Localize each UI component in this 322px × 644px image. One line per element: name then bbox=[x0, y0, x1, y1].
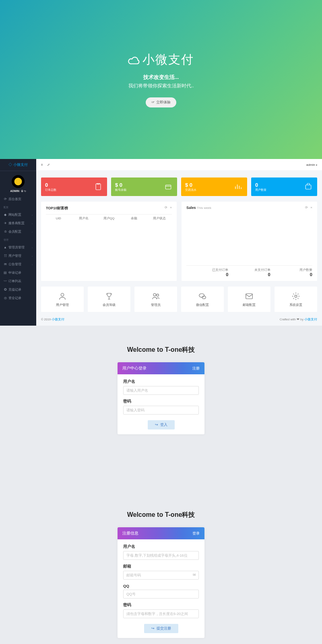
stat-card-3[interactable]: 0用户数量 bbox=[251, 178, 317, 196]
dashboard-icon: ⟳ bbox=[4, 197, 7, 201]
topbar: ≡ ⤢ admin ▾ bbox=[36, 159, 322, 170]
sidebar-item-mgr-4[interactable]: 〰订单列表 bbox=[0, 277, 36, 285]
svg-rect-0 bbox=[96, 184, 101, 190]
sidebar-item-cfg-1[interactable]: ✈服务商配置‹ bbox=[0, 219, 36, 227]
login-button[interactable]: ↪登入 bbox=[148, 420, 175, 429]
svg-rect-2 bbox=[165, 185, 171, 190]
register-button[interactable]: ↪提交注册 bbox=[144, 624, 178, 633]
sidebar-user: ADMIN ⦿ ↻ bbox=[0, 190, 36, 192]
register-card-title: 注册信息 bbox=[122, 530, 138, 536]
stat-icon bbox=[233, 182, 243, 192]
login-card-title: 用户中心登录 bbox=[122, 365, 147, 371]
sidebar-item-cfg-2[interactable]: ♔会员配置‹ bbox=[0, 227, 36, 236]
sidebar-item-mgr-6[interactable]: ◎资金记录 bbox=[0, 294, 36, 302]
fullscreen-icon[interactable]: ⤢ bbox=[47, 163, 50, 167]
quick-icon bbox=[228, 291, 270, 301]
chevron-down-icon: ▾ bbox=[316, 164, 317, 166]
quick-link-3[interactable]: 微信配置 bbox=[181, 287, 224, 312]
register-welcome: Welcome to T-one科技 bbox=[0, 511, 322, 519]
table-col: 用户状态 bbox=[147, 217, 172, 221]
quick-link-5[interactable]: 系统设置 bbox=[275, 287, 317, 312]
sidebar: ◇ 小微支付 5 ADMIN ⦿ ↻ ⟳后台首页 配置 ◆网站配置‹✈服务商配置… bbox=[0, 159, 36, 326]
sidebar-item-mgr-0[interactable]: ▲管理员管理‹ bbox=[0, 243, 36, 252]
cloud-icon bbox=[128, 56, 140, 65]
hero-cta-button[interactable]: ☞ 立即体验 bbox=[146, 97, 176, 107]
sales-panel: Sales This week ⟳× 已支付订单0未支付订单0用户数量0 bbox=[182, 202, 317, 281]
quick-link-1[interactable]: 会员等级 bbox=[88, 287, 130, 312]
sales-title: Sales bbox=[186, 206, 196, 210]
table-col: UID bbox=[46, 217, 71, 221]
quick-link-2[interactable]: 管理员 bbox=[134, 287, 177, 312]
refresh-icon[interactable]: ⟳ bbox=[305, 206, 308, 209]
wealth-panel: TOP10财富榜 ⟳× UID用户名用户QQ余额用户状态 bbox=[41, 202, 177, 281]
admin-footer: © 2019 小微支付 Crafted with ❤ by 小微支付 bbox=[41, 318, 317, 322]
stat-icon bbox=[303, 182, 313, 192]
register-input-0[interactable] bbox=[123, 551, 199, 560]
mgr-icon: ▲ bbox=[4, 246, 7, 249]
quick-icon bbox=[275, 291, 317, 301]
login-icon: ↪ bbox=[155, 423, 158, 427]
login-welcome: Welcome to T-one科技 bbox=[0, 346, 322, 354]
register-input-1[interactable] bbox=[123, 571, 199, 580]
quick-link-4[interactable]: 邮箱配置 bbox=[228, 287, 270, 312]
stat-icon bbox=[163, 182, 173, 192]
sidebar-item-mgr-5[interactable]: ✪充值记录 bbox=[0, 285, 36, 294]
quick-icon bbox=[41, 291, 84, 301]
footer-link-left[interactable]: 小微支付 bbox=[52, 318, 64, 321]
topbar-user-dropdown[interactable]: admin ▾ bbox=[306, 163, 317, 167]
register-label-3: 密码 bbox=[123, 603, 199, 608]
sidebar-item-dashboard[interactable]: ⟳后台首页 bbox=[0, 195, 36, 203]
stat-card-0[interactable]: 0订单总数 bbox=[41, 178, 107, 196]
stat-card-2[interactable]: $ 0交易流水 bbox=[181, 178, 247, 196]
table-col: 用户名 bbox=[71, 217, 97, 221]
cfg-icon: ♔ bbox=[4, 230, 7, 233]
login-card: 用户中心登录 注册 用户名密码 ↪登入 bbox=[118, 362, 204, 434]
close-icon[interactable]: × bbox=[170, 206, 172, 209]
chevron-right-icon: ‹ bbox=[32, 255, 33, 257]
footer-link-right[interactable]: 小微支付 bbox=[304, 318, 317, 321]
table-col: 用户QQ bbox=[96, 217, 122, 221]
chevron-right-icon: ‹ bbox=[32, 222, 33, 225]
sidebar-item-mgr-1[interactable]: ☷用户管理‹ bbox=[0, 252, 36, 260]
quick-icon bbox=[88, 291, 130, 301]
email-icon: ✉ bbox=[193, 573, 196, 577]
admin-main: ≡ ⤢ admin ▾ 0订单总数$ 0账号余额$ 0交易流水0用户数量 TOP… bbox=[36, 159, 322, 326]
quick-icon bbox=[181, 291, 224, 301]
login-link[interactable]: 登录 bbox=[192, 531, 200, 536]
sales-metric: 已支付订单0 bbox=[186, 268, 228, 277]
sidebar-item-cfg-0[interactable]: ◆网站配置‹ bbox=[0, 211, 36, 219]
mgr-icon: ▤ bbox=[4, 271, 7, 275]
quick-icon bbox=[134, 291, 177, 301]
svg-rect-9 bbox=[246, 294, 253, 299]
submit-icon: ↪ bbox=[151, 626, 155, 630]
sidebar-brand[interactable]: ◇ 小微支付 bbox=[0, 159, 36, 171]
sidebar-item-mgr-3[interactable]: ▤申请记录 bbox=[0, 268, 36, 277]
register-link[interactable]: 注册 bbox=[192, 366, 200, 371]
refresh-icon[interactable]: ⟳ bbox=[165, 206, 167, 209]
admin-section: ◇ 小微支付 5 ADMIN ⦿ ↻ ⟳后台首页 配置 ◆网站配置‹✈服务商配置… bbox=[0, 159, 322, 326]
stat-card-1[interactable]: $ 0账号余额 bbox=[111, 178, 177, 196]
sales-metric: 用户数量0 bbox=[270, 268, 312, 277]
wealth-title: TOP10财富榜 bbox=[46, 206, 68, 211]
login-input-0[interactable] bbox=[123, 386, 199, 395]
svg-point-10 bbox=[295, 295, 297, 297]
login-label-0: 用户名 bbox=[123, 379, 199, 384]
quick-link-0[interactable]: 用户管理 bbox=[41, 287, 84, 312]
wealth-table-header: UID用户名用户QQ余额用户状态 bbox=[46, 214, 172, 223]
chevron-right-icon: ‹ bbox=[32, 214, 33, 216]
sales-metric: 未支付订单0 bbox=[228, 268, 270, 277]
stat-icon bbox=[93, 182, 103, 192]
menu-toggle-icon[interactable]: ≡ bbox=[41, 163, 43, 167]
sidebar-group-config: 配置 bbox=[0, 203, 36, 211]
sidebar-item-mgr-2[interactable]: ✉公告管理‹ bbox=[0, 260, 36, 268]
register-input-3[interactable] bbox=[123, 609, 199, 618]
register-label-1: 邮箱 bbox=[123, 564, 199, 569]
chevron-right-icon: ‹ bbox=[32, 231, 33, 233]
sidebar-group-manage: 管理 bbox=[0, 236, 36, 243]
mgr-icon: ☷ bbox=[4, 254, 7, 258]
register-label-2: QQ bbox=[123, 584, 199, 588]
close-icon[interactable]: × bbox=[310, 206, 312, 209]
login-input-1[interactable] bbox=[123, 406, 199, 415]
register-input-2[interactable] bbox=[123, 590, 199, 599]
avatar[interactable]: 5 bbox=[12, 175, 25, 188]
